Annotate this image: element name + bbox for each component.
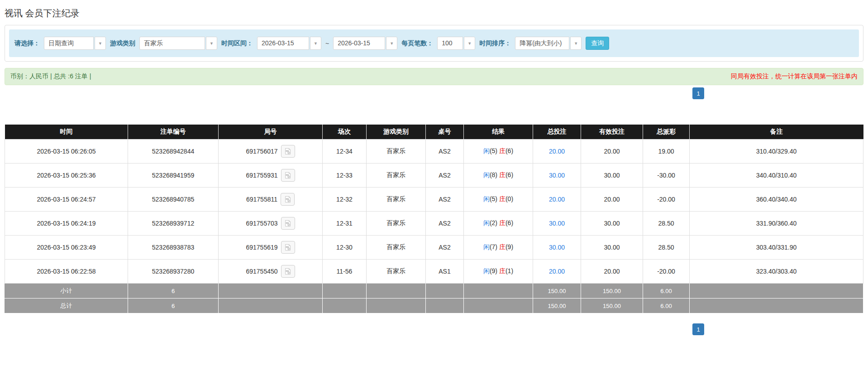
valid-bet-notice-text: 同局有效投注，统一计算在该局第一张注单内 [731, 72, 858, 81]
cell-valid-bet: 20.00 [581, 188, 643, 212]
game-type-label: 游戏类别 [110, 39, 135, 48]
subtotal-total-bet: 150.00 [533, 284, 581, 299]
cell-total-bet: 20.00 [533, 260, 581, 284]
cell-total-bet: 20.00 [533, 140, 581, 164]
date-to-value[interactable]: 2026-03-15 [333, 37, 385, 50]
date-to-select[interactable]: 2026-03-15 ▼ [333, 37, 397, 50]
caret-down-icon[interactable]: ▼ [206, 37, 217, 50]
header-valid-bet: 有效投注 [581, 125, 643, 140]
cell-payout: -20.00 [643, 260, 690, 284]
sort-select[interactable]: 降冪(由大到小) ▼ [515, 37, 582, 50]
game-type-select[interactable]: 百家乐 ▼ [139, 37, 217, 50]
round-id-value: 691755619 [246, 244, 277, 251]
cell-round-id: 691755811 [219, 188, 323, 212]
cell-table-no: AS2 [426, 140, 464, 164]
currency-total-text: 币别：人民币 | 总共 :6 注单 | [10, 72, 91, 81]
header-game-type: 游戏类别 [367, 125, 426, 140]
total-bet-link[interactable]: 20.00 [549, 268, 565, 275]
result-player-count: (5) [490, 147, 497, 154]
pagination-page-1[interactable]: 1 [692, 323, 704, 335]
caret-down-icon[interactable]: ▼ [95, 37, 106, 50]
filter-panel: 请选择： 日期查询 ▼ 游戏类别 百家乐 ▼ 时间区间： 2026-03-15 … [5, 25, 863, 62]
video-icon [284, 220, 291, 227]
subtotal-valid-bet: 150.00 [581, 284, 643, 299]
total-bet-link[interactable]: 30.00 [549, 244, 565, 251]
video-replay-button[interactable] [281, 265, 295, 278]
subtotal-count: 6 [128, 284, 219, 299]
cell-game-type: 百家乐 [367, 260, 426, 284]
cell-table-no: AS2 [426, 164, 464, 188]
pagination-page-1[interactable]: 1 [692, 87, 704, 99]
video-replay-button[interactable] [281, 241, 295, 254]
video-replay-button[interactable] [281, 145, 295, 158]
cell-valid-bet: 30.00 [581, 164, 643, 188]
cell-time: 2026-03-15 06:24:19 [5, 212, 128, 236]
header-payout: 总派彩 [643, 125, 690, 140]
cell-valid-bet: 20.00 [581, 260, 643, 284]
pagination-top: 1 [5, 87, 863, 99]
total-bet-link[interactable]: 20.00 [549, 196, 565, 203]
cell-time: 2026-03-15 06:26:05 [5, 140, 128, 164]
table-row: 2026-03-15 06:24:19 523268939712 6917557… [5, 212, 863, 236]
subtotal-payout: 6.00 [643, 284, 690, 299]
result-player-label: 闲 [483, 171, 490, 178]
table-header-row: 时间 注单编号 局号 场次 游戏类别 桌号 结果 总投注 有效投注 总派彩 备注 [5, 125, 863, 140]
result-player-count: (2) [490, 219, 497, 226]
date-from-select[interactable]: 2026-03-15 ▼ [257, 37, 321, 50]
date-from-value[interactable]: 2026-03-15 [257, 37, 309, 50]
table-row: 2026-03-15 06:22:58 523268937280 6917554… [5, 260, 863, 284]
cell-total-bet: 30.00 [533, 236, 581, 260]
cell-round-id: 691755931 [219, 164, 323, 188]
query-type-label: 请选择： [14, 39, 40, 48]
search-button[interactable]: 查询 [586, 37, 609, 50]
total-bet-link[interactable]: 20.00 [549, 148, 565, 155]
caret-down-icon[interactable]: ▼ [386, 37, 397, 50]
result-player-count: (8) [490, 171, 497, 178]
query-type-select[interactable]: 日期查询 ▼ [44, 37, 106, 50]
result-banker-label: 庄 [499, 195, 506, 202]
header-session: 场次 [323, 125, 367, 140]
cell-game-type: 百家乐 [367, 236, 426, 260]
sort-value[interactable]: 降冪(由大到小) [515, 37, 569, 50]
result-player-count: (9) [490, 267, 497, 274]
cell-bet-id: 523268938783 [128, 236, 219, 260]
cell-result: 闲(8) 庄(6) [464, 164, 533, 188]
cell-game-type: 百家乐 [367, 164, 426, 188]
query-type-value[interactable]: 日期查询 [44, 37, 94, 50]
round-id-value: 691755811 [246, 196, 277, 203]
total-bet-link[interactable]: 30.00 [549, 172, 565, 179]
game-type-value[interactable]: 百家乐 [139, 37, 205, 50]
cell-game-type: 百家乐 [367, 140, 426, 164]
cell-valid-bet: 30.00 [581, 236, 643, 260]
caret-down-icon[interactable]: ▼ [310, 37, 321, 50]
video-replay-button[interactable] [281, 217, 295, 230]
caret-down-icon[interactable]: ▼ [570, 37, 582, 50]
caret-down-icon[interactable]: ▼ [464, 37, 475, 50]
cell-result: 闲(5) 庄(6) [464, 140, 533, 164]
result-banker-label: 庄 [499, 171, 506, 178]
page-size-select[interactable]: 100 ▼ [437, 37, 475, 50]
cell-payout: -30.00 [643, 164, 690, 188]
cell-time: 2026-03-15 06:24:57 [5, 188, 128, 212]
page-size-value[interactable]: 100 [437, 37, 463, 50]
cell-result: 闲(2) 庄(6) [464, 212, 533, 236]
cell-payout: 28.50 [643, 212, 690, 236]
cell-result: 闲(7) 庄(9) [464, 236, 533, 260]
result-player-label: 闲 [483, 147, 490, 154]
cell-round-id: 691756017 [219, 140, 323, 164]
video-icon [284, 268, 291, 275]
cell-time: 2026-03-15 06:25:36 [5, 164, 128, 188]
cell-remark: 331.90/360.40 [690, 212, 863, 236]
bet-records-table: 时间 注单编号 局号 场次 游戏类别 桌号 结果 总投注 有效投注 总派彩 备注… [5, 125, 863, 313]
result-player-label: 闲 [483, 243, 490, 250]
cell-round-id: 691755450 [219, 260, 323, 284]
video-replay-button[interactable] [281, 169, 295, 182]
result-banker-label: 庄 [499, 147, 506, 154]
header-remark: 备注 [690, 125, 863, 140]
cell-time: 2026-03-15 06:23:49 [5, 236, 128, 260]
result-banker-label: 庄 [499, 243, 506, 250]
video-replay-button[interactable] [281, 193, 295, 206]
header-bet-id: 注单编号 [128, 125, 219, 140]
round-id-value: 691755450 [246, 268, 277, 275]
total-bet-link[interactable]: 30.00 [549, 220, 565, 227]
